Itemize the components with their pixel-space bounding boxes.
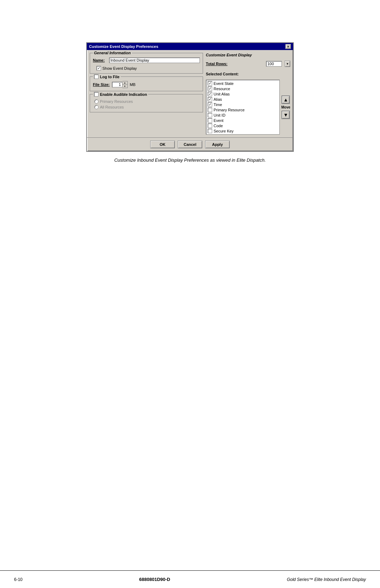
list-item: Secure Key	[207, 128, 279, 134]
content-list-area: Event State Resource Unit Alias	[206, 80, 290, 135]
audible-label: Enable Audible Indication	[100, 92, 147, 97]
dialog-title: Customize Event Display Preferences	[89, 44, 158, 49]
log-file-label-container: Log to File	[93, 74, 121, 79]
move-buttons-container: ▲ Move ▼	[281, 80, 290, 135]
file-size-label: File Size:	[93, 82, 110, 87]
mb-label: MB	[130, 82, 136, 87]
list-item: Code	[207, 123, 279, 128]
show-event-label: Show Event Display	[102, 66, 137, 70]
log-to-file-group: Log to File File Size: ▲ ▼ MB	[90, 76, 203, 91]
primary-resource-label: Primary Resource	[214, 108, 245, 112]
code-label: Code	[214, 124, 223, 128]
time-checkbox[interactable]	[208, 102, 212, 107]
show-event-checkbox[interactable]	[96, 66, 101, 70]
list-item: Unit ID	[207, 112, 279, 118]
footer-document-id: 6880801D90-D	[139, 577, 170, 582]
time-label: Time	[214, 103, 222, 107]
dialog-titlebar: Customize Event Display Preferences ×	[87, 43, 293, 50]
unit-alias-label: Unit Alias	[214, 92, 230, 96]
close-button[interactable]: ×	[285, 44, 291, 49]
total-rows-input[interactable]	[266, 61, 282, 67]
right-panel: Customize Event Display Total Rows: ▼ Se…	[206, 53, 290, 135]
list-item: Time	[207, 102, 279, 107]
footer-page-number: 6-10	[14, 577, 23, 582]
general-info-label: General Information	[93, 51, 132, 55]
list-item: Primary Resource	[207, 107, 279, 112]
list-item: Alias	[207, 97, 279, 102]
apply-button[interactable]: Apply	[205, 141, 230, 148]
dialog-footer: OK Cancel Apply	[87, 137, 293, 151]
all-resources-label: All Resources	[100, 105, 124, 109]
file-size-row: File Size: ▲ ▼ MB	[93, 81, 200, 88]
name-row: Name:	[93, 57, 200, 63]
spinner-down-button[interactable]: ▼	[122, 85, 127, 88]
page-container: Customize Event Display Preferences × Ge…	[0, 0, 380, 588]
secure-key-checkbox[interactable]	[208, 129, 212, 133]
file-size-input[interactable]	[112, 82, 122, 87]
primary-resources-radio[interactable]	[94, 99, 99, 104]
log-file-label: Log to File	[100, 75, 120, 79]
left-panel: General Information Name: Show Event Dis…	[90, 53, 203, 135]
caption-text: Customize Inbound Event Display Preferen…	[114, 157, 266, 163]
log-file-checkbox[interactable]	[94, 74, 99, 79]
spinner-buttons: ▲ ▼	[122, 81, 128, 88]
unit-id-checkbox[interactable]	[208, 113, 212, 117]
total-rows-row: Total Rows: ▼	[206, 61, 290, 67]
dialog-window: Customize Event Display Preferences × Ge…	[86, 42, 294, 152]
cancel-button[interactable]: Cancel	[178, 141, 202, 148]
name-input[interactable]	[109, 57, 200, 63]
list-item: Unit Alias	[207, 91, 279, 97]
resource-label: Resource	[214, 87, 230, 91]
total-rows-dropdown[interactable]: ▼	[285, 61, 290, 67]
list-item: Resource	[207, 86, 279, 91]
primary-resources-option: Primary Resources	[93, 99, 200, 104]
unit-id-label: Unit ID	[214, 113, 226, 117]
name-label: Name:	[93, 58, 107, 62]
footer-product-name: Gold Series™ Elite Inbound Event Display	[287, 577, 366, 582]
audible-label-container: Enable Audible Indication	[93, 92, 148, 97]
ok-button[interactable]: OK	[150, 141, 175, 148]
general-information-group: General Information Name: Show Event Dis…	[90, 53, 203, 74]
selected-content-label: Selected Content:	[206, 72, 290, 76]
alias-label: Alias	[214, 97, 222, 101]
move-down-button[interactable]: ▼	[281, 111, 290, 119]
primary-resource-checkbox[interactable]	[208, 107, 212, 112]
code-checkbox[interactable]	[208, 123, 212, 128]
event-checkbox[interactable]	[208, 118, 212, 123]
audible-checkbox[interactable]	[94, 92, 99, 97]
move-up-button[interactable]: ▲	[281, 95, 290, 104]
all-resources-radio[interactable]	[94, 105, 99, 109]
customize-display-label: Customize Event Display	[206, 53, 290, 57]
primary-resources-label: Primary Resources	[100, 99, 133, 104]
secure-key-label: Secure Key	[214, 129, 234, 133]
resource-checkbox[interactable]	[208, 86, 212, 91]
list-item: Event State	[207, 81, 279, 86]
spinner-up-button[interactable]: ▲	[122, 81, 127, 85]
dialog-body: General Information Name: Show Event Dis…	[87, 50, 293, 137]
move-label: Move	[281, 105, 290, 109]
show-event-row: Show Event Display	[93, 66, 200, 70]
alias-checkbox[interactable]	[208, 97, 212, 101]
content-list: Event State Resource Unit Alias	[206, 80, 280, 135]
event-state-checkbox[interactable]	[208, 81, 212, 86]
all-resources-option: All Resources	[93, 105, 200, 109]
audible-indication-group: Enable Audible Indication Primary Resour…	[90, 94, 203, 112]
total-rows-label: Total Rows:	[206, 62, 263, 66]
file-size-spinner: ▲ ▼	[112, 81, 128, 88]
event-label: Event	[214, 118, 223, 123]
list-item: Event	[207, 118, 279, 123]
unit-alias-checkbox[interactable]	[208, 92, 212, 96]
event-state-label: Event State	[214, 81, 234, 86]
page-footer: 6-10 6880801D90-D Gold Series™ Elite Inb…	[0, 570, 380, 588]
